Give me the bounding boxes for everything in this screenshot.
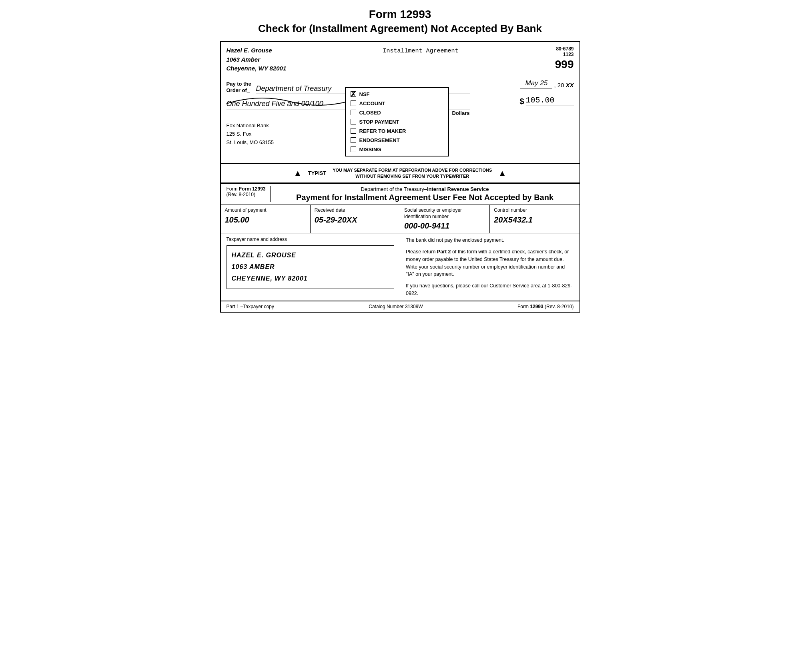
refer-label: REFER TO MAKER	[359, 128, 406, 134]
check-top-row: Hazel E. Grouse 1063 Amber Cheyenne, WY …	[221, 42, 579, 75]
typist-row: ▲ TYPIST YOU MAY SEPARATE FORM AT PERFOR…	[221, 163, 579, 183]
instructions-p1: The bank did not pay the enclosed paymen…	[406, 237, 574, 244]
form-title-col: Department of the Treasury–Internal Reve…	[271, 186, 574, 202]
taxpayer-addr1: 1063 AMBER	[232, 261, 389, 273]
checkbox-account-box	[351, 100, 356, 106]
typist-text: YOU MAY SEPARATE FORM AT PERFORATION ABO…	[333, 167, 492, 180]
main-title: Form 12993	[220, 8, 580, 21]
check-addr2: Cheyenne, WY 82001	[227, 64, 287, 73]
amount-value: 105.00	[526, 96, 574, 106]
field-ssn-value: 000-00-9411	[404, 221, 485, 231]
check-number: 999	[555, 58, 574, 71]
checkbox-closed-box	[351, 110, 356, 115]
taxpayer-name-box: HAZEL E. GROUSE 1063 AMBER CHEYENNE, WY …	[227, 245, 395, 289]
checkbox-overlay: ✗ NSF ACCOUNT CLOSED STOP PAYMENT	[345, 87, 449, 156]
date-value: May 25	[520, 79, 552, 88]
instructions-p2: Please return Part 2 of this form with a…	[406, 248, 574, 278]
dept-line: Department of the Treasury–Internal Reve…	[276, 186, 574, 192]
missing-label: MISSING	[359, 146, 381, 152]
form-num-col: Form Form 12993 (Rev. 8-2010)	[227, 186, 271, 202]
checkbox-endorsement: ENDORSEMENT	[351, 137, 443, 143]
name-address-col: Taxpayer name and address HAZEL E. GROUS…	[221, 233, 401, 300]
typist-arrow-right: ▲	[498, 169, 506, 178]
field-received-value: 05-29-20XX	[315, 215, 396, 225]
footer-right: Form 12993 (Rev. 8-2010)	[517, 304, 574, 309]
taxpayer-addr2: CHEYENNE, WY 82001	[232, 273, 389, 285]
date-year-prefix: , 20	[554, 82, 564, 88]
dollar-sign: $	[519, 97, 524, 106]
data-fields-row: Amount of payment 105.00 Received date 0…	[221, 205, 579, 233]
field-amount-value: 105.00	[225, 215, 306, 225]
form-number: Form Form 12993	[227, 186, 266, 192]
field-received: Received date 05-29-20XX	[311, 205, 400, 233]
checkbox-closed: CLOSED	[351, 110, 443, 116]
form-rev: (Rev. 8-2010)	[227, 192, 266, 197]
closed-label: CLOSED	[359, 110, 381, 116]
check-name: Hazel E. Grouse	[227, 46, 287, 55]
field-ssn-label: Social security or employer identificati…	[404, 207, 485, 220]
field-received-label: Received date	[315, 207, 396, 214]
taxpayer-name: HAZEL E. GROUSE	[232, 250, 389, 261]
footer-form-num: 12993	[530, 304, 543, 309]
checkbox-account: ACCOUNT	[351, 100, 443, 106]
checkbox-refer-box	[351, 128, 356, 134]
check-right-side: May 25 , 20 XX $ 105.00	[470, 78, 574, 161]
instructions-col: The bank did not pay the enclosed paymen…	[400, 233, 579, 300]
checkbox-nsf-box: ✗	[351, 91, 356, 97]
field-ssn: Social security or employer identificati…	[400, 205, 490, 233]
date-year-suffix: XX	[565, 82, 573, 88]
check-outer: Hazel E. Grouse 1063 Amber Cheyenne, WY …	[220, 41, 580, 184]
field-control: Control number 20X5432.1	[490, 205, 579, 233]
checkbox-missing: MISSING	[351, 146, 443, 152]
footer-center: Catalog Number 31309W	[369, 304, 423, 309]
check-middle: ✗ NSF ACCOUNT CLOSED STOP PAYMENT	[221, 75, 579, 163]
footer-left: Part 1 –Taxpayer copy	[227, 304, 274, 309]
field-amount: Amount of payment 105.00	[221, 205, 311, 233]
account-label: ACCOUNT	[359, 100, 385, 106]
checkbox-refer: REFER TO MAKER	[351, 128, 443, 134]
nsf-check-mark: ✗	[351, 90, 356, 98]
instructions-p3: If you have questions, please call our C…	[406, 282, 574, 297]
taxpayer-label: Taxpayer name and address	[227, 237, 395, 242]
date-row: May 25 , 20 XX	[470, 79, 574, 88]
field-control-value: 20X5432.1	[494, 215, 575, 225]
check-routing-area: 80-6789 1123 999	[555, 46, 574, 71]
nsf-label: NSF	[359, 91, 370, 97]
lower-form: Form Form 12993 (Rev. 8-2010) Department…	[220, 184, 580, 312]
endorsement-label: ENDORSEMENT	[359, 137, 400, 143]
name-instructions-row: Taxpayer name and address HAZEL E. GROUS…	[221, 233, 579, 301]
checkbox-stop-box	[351, 119, 356, 124]
check-routing-top: 80-6789 1123	[555, 46, 574, 57]
check-type-label: Installment Agreement	[383, 46, 459, 54]
sub-title: Check for (Installment Agreement) Not Ac…	[220, 22, 580, 35]
checkbox-nsf: ✗ NSF	[351, 91, 443, 97]
checkbox-endorsement-box	[351, 137, 356, 143]
field-control-label: Control number	[494, 207, 575, 214]
stop-label: STOP PAYMENT	[359, 119, 399, 125]
typist-arrow-left: ▲	[294, 169, 302, 178]
check-name-address: Hazel E. Grouse 1063 Amber Cheyenne, WY …	[227, 46, 287, 73]
checkbox-stop-payment: STOP PAYMENT	[351, 119, 443, 125]
footer-row: Part 1 –Taxpayer copy Catalog Number 313…	[221, 301, 579, 312]
form-bold-title: Payment for Installment Agreement User F…	[276, 193, 574, 202]
checkbox-missing-box	[351, 146, 356, 152]
form-header-row: Form Form 12993 (Rev. 8-2010) Department…	[221, 184, 579, 205]
typist-label: TYPIST	[308, 170, 327, 176]
amount-row: $ 105.00	[470, 96, 574, 106]
check-wrapper: Hazel E. Grouse 1063 Amber Cheyenne, WY …	[220, 41, 580, 184]
field-amount-label: Amount of payment	[225, 207, 306, 214]
page-container: Form 12993 Check for (Installment Agreem…	[220, 8, 580, 313]
check-addr1: 1063 Amber	[227, 55, 287, 64]
